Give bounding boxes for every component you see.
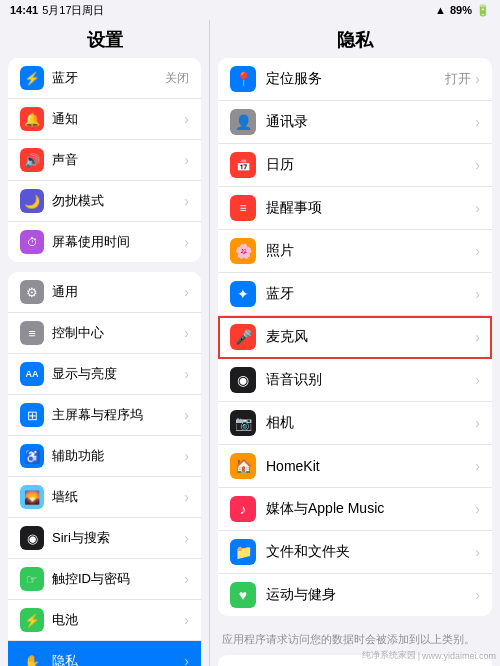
media-icon: ♪ xyxy=(230,496,256,522)
sidebar-item-screentime[interactable]: ⏱ 屏幕使用时间 › xyxy=(8,222,201,262)
sidebar-item-general[interactable]: ⚙ 通用 › xyxy=(8,272,201,313)
status-date: 5月17日周日 xyxy=(42,3,104,18)
privacy-item-calendar[interactable]: 📅 日历 › xyxy=(218,144,492,187)
contacts-privacy-icon: 👤 xyxy=(230,109,256,135)
sidebar-item-donotdisturb[interactable]: 🌙 勿扰模式 › xyxy=(8,181,201,222)
status-time: 14:41 xyxy=(10,4,38,16)
sidebar-item-siri[interactable]: ◉ Siri与搜索 › xyxy=(8,518,201,559)
sidebar-item-wallpaper[interactable]: 🌄 墙纸 › xyxy=(8,477,201,518)
privacy-item-photos[interactable]: 🌸 照片 › xyxy=(218,230,492,273)
privacy-item-files[interactable]: 📁 文件和文件夹 › xyxy=(218,531,492,574)
sidebar: 设置 ⚡ 蓝牙 关闭 🔔 通知 › 🔊 声音 › 🌙 勿扰模式 › xyxy=(0,20,210,666)
fitness-icon: ♥ xyxy=(230,582,256,608)
watermark-separator: | xyxy=(418,651,420,661)
bluetooth-icon: ⚡ xyxy=(20,66,44,90)
screentime-icon: ⏱ xyxy=(20,230,44,254)
sidebar-item-homescreen[interactable]: ⊞ 主屏幕与程序坞 › xyxy=(8,395,201,436)
privacy-item-contacts[interactable]: 👤 通讯录 › xyxy=(218,101,492,144)
watermark-text2: www.yidaimei.com xyxy=(422,651,496,661)
files-icon: 📁 xyxy=(230,539,256,565)
sidebar-item-accessibility[interactable]: ♿ 辅助功能 › xyxy=(8,436,201,477)
wallpaper-icon: 🌄 xyxy=(20,485,44,509)
sound-icon: 🔊 xyxy=(20,148,44,172)
privacy-item-speechrecog[interactable]: ◉ 语音识别 › xyxy=(218,359,492,402)
sidebar-title: 设置 xyxy=(0,20,209,58)
photos-icon: 🌸 xyxy=(230,238,256,264)
sidebar-item-sound[interactable]: 🔊 声音 › xyxy=(8,140,201,181)
privacy-item-camera[interactable]: 📷 相机 › xyxy=(218,402,492,445)
panel-title: 隐私 xyxy=(210,20,500,58)
privacy-item-microphone[interactable]: 🎤 麦克风 › xyxy=(218,316,492,359)
privacy-item-media[interactable]: ♪ 媒体与Apple Music › xyxy=(218,488,492,531)
wifi-icon: ▲ xyxy=(435,4,446,16)
sidebar-item-controlcenter[interactable]: ≡ 控制中心 › xyxy=(8,313,201,354)
settings-group-top: ⚡ 蓝牙 关闭 🔔 通知 › 🔊 声音 › 🌙 勿扰模式 › ⏱ 屏幕使用 xyxy=(8,58,201,262)
sidebar-item-notifications[interactable]: 🔔 通知 › xyxy=(8,99,201,140)
calendar-icon: 📅 xyxy=(230,152,256,178)
sidebar-item-display[interactable]: AA 显示与亮度 › xyxy=(8,354,201,395)
reminders-icon: ≡ xyxy=(230,195,256,221)
watermark-text1: 纯净系统家园 xyxy=(362,649,416,662)
homescreen-icon: ⊞ xyxy=(20,403,44,427)
camera-icon: 📷 xyxy=(230,410,256,436)
right-panel: 隐私 📍 定位服务 打开 › 👤 通讯录 › 📅 日历 › xyxy=(210,20,500,666)
accessibility-icon: ♿ xyxy=(20,444,44,468)
privacy-item-location[interactable]: 📍 定位服务 打开 › xyxy=(218,58,492,101)
sidebar-item-privacy[interactable]: ✋ 隐私 › xyxy=(8,641,201,666)
privacy-services-group: 📍 定位服务 打开 › 👤 通讯录 › 📅 日历 › ≡ 提醒事项 › xyxy=(218,58,492,616)
microphone-icon: 🎤 xyxy=(230,324,256,350)
donotdisturb-icon: 🌙 xyxy=(20,189,44,213)
general-icon: ⚙ xyxy=(20,280,44,304)
homekit-icon: 🏠 xyxy=(230,453,256,479)
settings-group-mid: ⚙ 通用 › ≡ 控制中心 › AA 显示与亮度 › ⊞ 主屏幕与程序坞 › ♿ xyxy=(8,272,201,666)
siri-icon: ◉ xyxy=(20,526,44,550)
speechrecog-icon: ◉ xyxy=(230,367,256,393)
sidebar-item-battery[interactable]: ⚡ 电池 › xyxy=(8,600,201,641)
watermark: 纯净系统家园 | www.yidaimei.com xyxy=(362,649,496,662)
display-icon: AA xyxy=(20,362,44,386)
sidebar-item-touchid[interactable]: ☞ 触控ID与密码 › xyxy=(8,559,201,600)
sidebar-item-bluetooth[interactable]: ⚡ 蓝牙 关闭 xyxy=(8,58,201,99)
controlcenter-icon: ≡ xyxy=(20,321,44,345)
location-icon: 📍 xyxy=(230,66,256,92)
privacy-item-fitness[interactable]: ♥ 运动与健身 › xyxy=(218,574,492,616)
bluetooth-privacy-icon: ✦ xyxy=(230,281,256,307)
privacy-item-reminders[interactable]: ≡ 提醒事项 › xyxy=(218,187,492,230)
privacy-icon: ✋ xyxy=(20,649,44,666)
battery-settings-icon: ⚡ xyxy=(20,608,44,632)
status-bar: 14:41 5月17日周日 ▲ 89% 🔋 xyxy=(0,0,500,20)
privacy-item-homekit[interactable]: 🏠 HomeKit › xyxy=(218,445,492,488)
touchid-icon: ☞ xyxy=(20,567,44,591)
battery-icon: 🔋 xyxy=(476,4,490,17)
notifications-icon: 🔔 xyxy=(20,107,44,131)
privacy-item-bluetooth[interactable]: ✦ 蓝牙 › xyxy=(218,273,492,316)
battery-text: 89% xyxy=(450,4,472,16)
